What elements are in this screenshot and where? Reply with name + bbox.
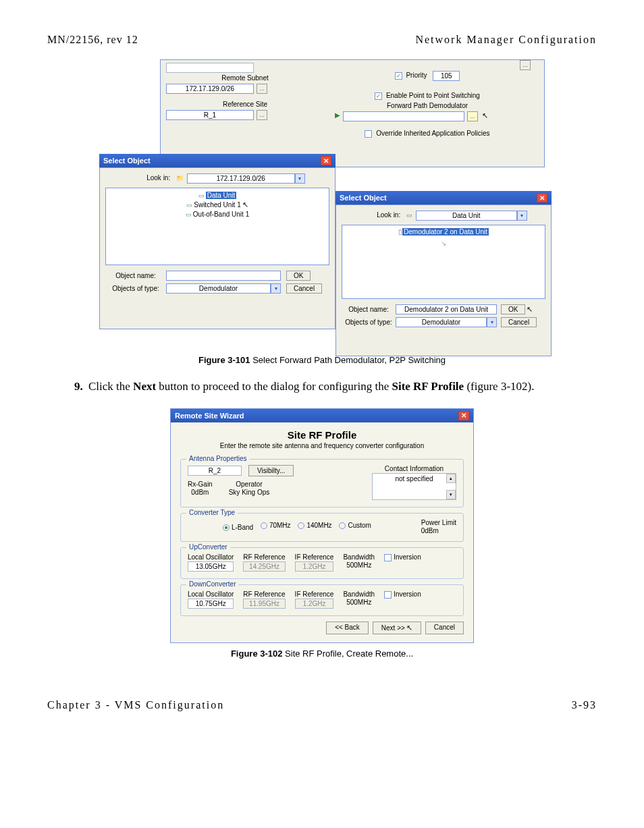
device-icon: ▭ bbox=[186, 211, 192, 218]
list-item[interactable]: Demodulator 2 on Data Unit bbox=[402, 228, 489, 236]
inversion-checkbox[interactable] bbox=[384, 591, 392, 599]
cancel-button[interactable]: Cancel bbox=[425, 622, 464, 634]
header-right: Network Manager Configuration bbox=[415, 34, 597, 46]
objects-type-label: Objects of type: bbox=[105, 285, 166, 292]
group-title: UpConverter bbox=[186, 543, 230, 551]
close-icon[interactable]: ✕ bbox=[458, 411, 469, 420]
if-input: 1.2GHz bbox=[295, 561, 334, 572]
object-name-input[interactable] bbox=[166, 271, 281, 281]
device-icon: ▭ bbox=[186, 202, 192, 209]
inversion-checkbox[interactable] bbox=[384, 554, 392, 561]
heading: Site RF Profile bbox=[180, 429, 464, 441]
page-header: MN/22156, rev 12 Network Manager Configu… bbox=[47, 34, 597, 46]
objects-type-input[interactable]: Demodulator bbox=[166, 283, 271, 294]
ok-button[interactable]: OK bbox=[286, 271, 311, 281]
chevron-down-icon[interactable]: ▾ bbox=[271, 283, 281, 294]
operator-label: Operator bbox=[229, 480, 270, 488]
back-button[interactable]: << Back bbox=[326, 622, 369, 634]
ellipsis-button[interactable]: … bbox=[520, 60, 531, 70]
power-limit-value: 0dBm bbox=[421, 527, 456, 534]
priority-checkbox[interactable]: ✓ bbox=[395, 72, 402, 80]
ellipsis-button[interactable]: … bbox=[257, 84, 267, 94]
objects-type-input[interactable]: Demodulator bbox=[396, 317, 487, 327]
group-title: Converter Type bbox=[186, 509, 238, 516]
upconverter-group: UpConverter Local Oscillator13.05GHz RF … bbox=[180, 547, 464, 579]
folder-icon: 📁 bbox=[176, 175, 184, 182]
dialog-title: Select Object bbox=[340, 194, 387, 202]
figure-3-101: Remote Subnet 172.17.129.0/26 … Referenc… bbox=[47, 59, 597, 365]
rf-input: 11.95GHz bbox=[243, 599, 285, 609]
dialog-title: Remote Site Wizard bbox=[175, 412, 244, 420]
scroll-up-icon[interactable]: ▴ bbox=[446, 474, 456, 483]
scroll-down-icon[interactable]: ▾ bbox=[446, 490, 456, 499]
list-item[interactable]: Switched Unit 1 bbox=[194, 201, 240, 209]
footer-right: 3-93 bbox=[572, 699, 597, 711]
field-disabled bbox=[166, 63, 254, 73]
reference-site-label: Reference Site bbox=[223, 101, 267, 108]
close-icon[interactable]: ✕ bbox=[537, 193, 547, 202]
fwd-path-label: Forward Path Demodulator bbox=[387, 102, 468, 109]
lo-input[interactable]: 13.05GHz bbox=[188, 561, 234, 572]
remote-subnet-input[interactable]: 172.17.129.0/26 bbox=[166, 84, 254, 94]
list-item[interactable]: Data Unit bbox=[206, 192, 237, 199]
radio-custom[interactable]: Custom bbox=[339, 522, 371, 529]
enable-p2p-label: Enable Point to Point Switching bbox=[386, 92, 480, 99]
priority-label: Priority bbox=[406, 72, 427, 79]
object-name-label: Object name: bbox=[342, 306, 396, 313]
play-icon: ▶ bbox=[335, 111, 340, 121]
object-name-label: Object name: bbox=[105, 272, 166, 279]
cancel-button[interactable]: Cancel bbox=[501, 317, 537, 327]
chevron-down-icon[interactable]: ▾ bbox=[487, 317, 497, 327]
chevron-down-icon[interactable]: ▾ bbox=[517, 211, 527, 221]
reference-site-input[interactable]: R_1 bbox=[166, 110, 254, 120]
select-object-dialog-left: Select Object ✕ Look in: 📁 172.17.129.0/… bbox=[99, 154, 336, 329]
device-icon: ▭ bbox=[406, 212, 412, 219]
step-9-text: 9. Click the Next button to proceed to t… bbox=[74, 379, 597, 395]
priority-input[interactable]: 105 bbox=[433, 71, 460, 81]
bw-value: 500MHz bbox=[343, 599, 375, 606]
visibility-button[interactable]: Visibilty... bbox=[248, 465, 294, 476]
header-left: MN/22156, rev 12 bbox=[47, 34, 138, 46]
chevron-down-icon[interactable]: ▾ bbox=[295, 173, 305, 184]
remote-site-panel: Remote Subnet 172.17.129.0/26 … Referenc… bbox=[160, 59, 545, 167]
remote-site-wizard-dialog: Remote Site Wizard ✕ Site RF Profile Ent… bbox=[170, 408, 474, 643]
contact-textarea[interactable]: not specified ▴ ▾ bbox=[372, 473, 456, 500]
list-item[interactable]: Out-of-Band Unit 1 bbox=[193, 211, 249, 218]
rxgain-label: Rx-Gain bbox=[188, 480, 213, 488]
footer-left: Chapter 3 - VMS Configuration bbox=[47, 699, 224, 711]
cursor-icon: ↖ bbox=[527, 305, 533, 314]
enable-p2p-checkbox[interactable]: ✓ bbox=[375, 92, 382, 100]
ellipsis-button[interactable]: … bbox=[467, 111, 478, 121]
lookin-input[interactable]: 172.17.129.0/26 bbox=[187, 173, 295, 184]
figure-text: Site RF Profile, Create Remote... bbox=[282, 648, 413, 659]
rxgain-value: 0dBm bbox=[188, 489, 213, 496]
lookin-label: Look in: bbox=[360, 211, 400, 219]
antenna-name-input[interactable]: R_2 bbox=[188, 466, 242, 476]
close-icon[interactable]: ✕ bbox=[321, 156, 331, 165]
page-footer: Chapter 3 - VMS Configuration 3-93 bbox=[47, 699, 597, 711]
next-button[interactable]: Next >>↖ bbox=[373, 622, 421, 634]
fwd-path-input[interactable] bbox=[343, 111, 464, 121]
lo-input[interactable]: 10.75GHz bbox=[188, 599, 234, 609]
rf-input: 14.25GHz bbox=[243, 561, 285, 572]
ellipsis-button[interactable]: … bbox=[257, 110, 267, 120]
antenna-group: Antenna Properties R_2 Visibilty... Rx-G… bbox=[180, 459, 464, 507]
objects-type-label: Objects of type: bbox=[342, 319, 396, 326]
figure-text: Select Forward Path Demodulator, P2P Swi… bbox=[250, 355, 446, 365]
override-checkbox[interactable]: ✓ bbox=[365, 130, 372, 138]
list-area[interactable]: ▭Data Unit ▭Switched Unit 1↖ ▭Out-of-Ban… bbox=[105, 188, 329, 265]
radio-lband[interactable]: L-Band bbox=[223, 524, 253, 531]
lookin-input[interactable]: Data Unit bbox=[416, 211, 517, 221]
ok-button[interactable]: OK bbox=[501, 304, 525, 314]
group-title: DownConverter bbox=[186, 580, 238, 588]
radio-140mhz[interactable]: 140MHz bbox=[298, 522, 331, 529]
object-name-input[interactable]: Demodulator 2 on Data Unit bbox=[396, 304, 497, 314]
if-input: 1.2GHz bbox=[295, 599, 334, 609]
list-area[interactable]: ▯Demodulator 2 on Data Unit ↘ bbox=[342, 225, 545, 299]
figure-number: Figure 3-102 bbox=[231, 648, 283, 659]
cancel-button[interactable]: Cancel bbox=[286, 283, 322, 294]
figure-number: Figure 3-101 bbox=[198, 355, 250, 365]
cursor-icon: ↘ bbox=[345, 240, 542, 247]
figure-3-102: Remote Site Wizard ✕ Site RF Profile Ent… bbox=[47, 408, 597, 659]
radio-70mhz[interactable]: 70MHz bbox=[261, 522, 291, 529]
